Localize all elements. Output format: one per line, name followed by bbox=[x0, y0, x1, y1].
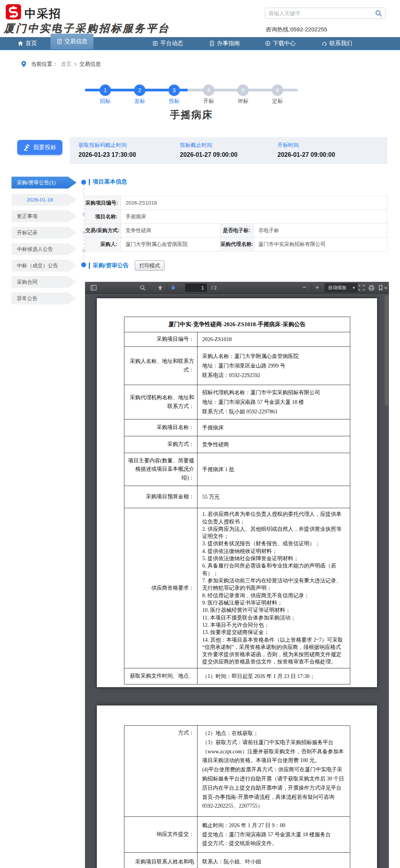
nav-label: 下载中心 bbox=[273, 40, 296, 47]
doc-label: 方式： bbox=[124, 726, 198, 817]
step-circle-6: 6 bbox=[272, 85, 283, 96]
headset-icon bbox=[322, 41, 327, 46]
nav-label: 办事指南 bbox=[217, 40, 240, 47]
nav-item-trade-info[interactable]: 交易信息 bbox=[51, 34, 93, 49]
section-dot bbox=[81, 262, 86, 267]
sidebar-item-contract[interactable]: 采购合同 bbox=[11, 276, 77, 288]
sidebar-item-abnormal[interactable]: 异常公告 bbox=[11, 293, 77, 304]
doc-value: 手摇病床 1 批 bbox=[198, 453, 350, 486]
notice-document-table: 厦门中实-竞争性磋商-2026-ZS1018-手摇病床-采购公告 采购项目编号：… bbox=[124, 317, 350, 684]
step-label-toubiao: 投标 bbox=[163, 98, 185, 105]
hotline: 咨询热线:0592-2202255 bbox=[266, 26, 327, 33]
page-down-icon[interactable] bbox=[170, 284, 176, 291]
sidebar-item-award-notice[interactable]: 中标（成交）公告 bbox=[11, 260, 77, 271]
search-input[interactable] bbox=[268, 8, 372, 18]
table-row: 项目名称: 手摇病床 bbox=[85, 210, 387, 224]
info-label: 采购代理名称: bbox=[220, 237, 254, 251]
doc-value: （1）时间：即日起至 2026 年 1 月 23 日 17:30； bbox=[198, 668, 350, 684]
pdf-scrollbar-thumb[interactable] bbox=[385, 295, 389, 406]
nav-item-guide[interactable]: 办事指南 bbox=[206, 37, 243, 49]
notice-document-table-2: 方式：（2）地点：在线获取； （3）获取方式：请前往厦门中实电子采购招标服务平台… bbox=[124, 725, 350, 868]
logo-text: 中采招 bbox=[24, 6, 61, 22]
doc-value: 联系人：阮小姐、叶小姐 电话：0592-2297861，2202255 bbox=[198, 853, 350, 868]
print-mode-button[interactable]: 打印模式 bbox=[135, 260, 165, 271]
nav-label: 平台动态 bbox=[160, 40, 183, 47]
print-icon[interactable] bbox=[368, 284, 375, 291]
step-label-dingbiao: 定标 bbox=[267, 98, 288, 105]
zoom-mode-dropdown[interactable]: 自动缩放 ▾ bbox=[325, 283, 358, 292]
breadcrumb: 当前位置： 首页 > 交易信息 bbox=[21, 60, 101, 68]
basic-info-heading: 项目基本信息 bbox=[93, 178, 127, 185]
pdf-search-icon[interactable] bbox=[139, 284, 146, 291]
deadline-panel: 获取投标码截止时间 2026-01-23 17:30:00 投标截止时间 202… bbox=[70, 137, 387, 164]
doc-label: 采购人名称、地址和联系方式： bbox=[124, 347, 198, 385]
site-logo-icon bbox=[5, 4, 21, 20]
sidebar-item-notice[interactable]: 采购/资审公告(1) bbox=[11, 177, 77, 189]
breadcrumb-separator: > bbox=[74, 61, 77, 67]
sidebar-item-candidates[interactable]: 中标候选人公告 bbox=[11, 243, 77, 255]
pdf-viewer: / 2 − + 自动缩放 ▾ » 厦门中实-竞争性磋商-2026-ZS1018-… bbox=[85, 282, 389, 868]
bid-now-label: 我要投标 bbox=[33, 144, 56, 151]
info-label: 交易/采购方式: bbox=[85, 224, 121, 237]
doc-value: 竞争性磋商 bbox=[198, 436, 350, 453]
nav-item-platform-news[interactable]: 平台动态 bbox=[149, 37, 186, 49]
section-dot bbox=[81, 180, 86, 185]
home-icon bbox=[18, 41, 23, 46]
deadline-label: 获取投标码截止时间 bbox=[78, 142, 127, 149]
step-circle-2: 2 bbox=[134, 85, 145, 96]
deadline-value: 2026-01-27 09:00:00 bbox=[180, 151, 237, 158]
nav-item-home[interactable]: 首页 bbox=[14, 37, 41, 49]
info-value: 手摇病床 bbox=[121, 210, 387, 223]
search-icon[interactable] bbox=[375, 10, 382, 17]
section-accent-bar bbox=[89, 179, 90, 185]
step-label-kaibiao: 开标 bbox=[198, 98, 219, 105]
step-label-pingbiao: 评标 bbox=[232, 98, 254, 105]
bid-now-button[interactable]: 我要投标 bbox=[17, 140, 62, 155]
step-circle-3: 3 bbox=[168, 85, 180, 96]
header: 中采招 厦门中实电子采购招标服务平台 咨询热线:0592-2202255 bbox=[0, 0, 400, 37]
page-number-input[interactable] bbox=[185, 284, 207, 292]
nav-item-contact-us[interactable]: 联系我们 bbox=[318, 37, 356, 49]
toolbar-divider bbox=[167, 284, 167, 291]
info-label: 采购人: bbox=[85, 237, 121, 251]
doc-value: 采购人名称：厦门大学附属心血管病医院 地址：厦门市湖里区金山路 2999 号 联… bbox=[198, 347, 350, 385]
doc-value: 55 万元 bbox=[198, 486, 350, 508]
step-circle-5: 5 bbox=[237, 85, 249, 96]
doc-label: 响应文件提交： bbox=[124, 817, 198, 853]
page-up-icon[interactable] bbox=[157, 284, 163, 291]
doc-value: （2）地点：在线获取； （3）获取方式：请前往厦门中实电子采购招标服务平台（ww… bbox=[198, 726, 350, 817]
zoom-in-icon[interactable]: + bbox=[315, 284, 319, 291]
do c-value: 1. 若供应商代表为单位负责人授权的委托代理人，应提供单位负责人授权书； 2. … bbox=[198, 508, 350, 668]
doc-label: 采购项目名称： bbox=[124, 419, 198, 436]
doc-label: 供应商资格要求： bbox=[124, 508, 198, 668]
basic-info-table: 采购项目编号: 2026-ZS1018 项目名称: 手摇病床 交易/采购方式: … bbox=[85, 196, 387, 252]
presentation-mode-icon[interactable] bbox=[358, 284, 365, 291]
sidebar-item-notice-date[interactable]: 2026-01-16 bbox=[11, 194, 77, 206]
nav-item-download-center[interactable]: 下载中心 bbox=[262, 37, 299, 49]
breadcrumb-home-link[interactable]: 首页 bbox=[61, 61, 72, 68]
site-name: 厦门中实电子采购招标服务平台 bbox=[4, 21, 170, 35]
bookmark-icon[interactable] bbox=[377, 284, 384, 291]
notice-heading: 采购/资审公告 bbox=[93, 262, 129, 269]
doc-title: 厦门中实-竞争性磋商-2026-ZS1018-手摇病床-采购公告 bbox=[124, 317, 350, 332]
info-value: 厦门市中实采购招标有限公司 bbox=[254, 237, 386, 251]
sidebar-item-corrections[interactable]: 更正事项 bbox=[11, 210, 77, 222]
pdf-page-1: 厦门中实-竞争性磋商-2026-ZS1018-手摇病床-采购公告 采购项目编号：… bbox=[97, 298, 377, 687]
section-accent-bar bbox=[89, 263, 90, 269]
info-label: 采购项目编号: bbox=[85, 196, 121, 210]
step-circle-4: 4 bbox=[203, 85, 214, 96]
info-value: 竞争性磋商 bbox=[121, 224, 220, 237]
info-label: 项目名称: bbox=[85, 210, 121, 223]
step-label-fabiao: 发标 bbox=[129, 98, 150, 105]
zoom-mode-label: 自动缩放 bbox=[328, 285, 346, 290]
more-tools-icon[interactable]: » bbox=[384, 284, 387, 291]
project-title: 手摇病床 bbox=[0, 108, 383, 122]
sidebar-toggle-icon[interactable] bbox=[90, 284, 97, 291]
doc-value: 截止时间：2026 年 1 月 27 日 9：00 提交地点：厦门市湖滨南路 5… bbox=[198, 817, 350, 853]
deadline-label: 投标截止时间 bbox=[180, 142, 212, 149]
doc-label: 项目主要内容(数量、简要规格描述或项目基本概况介绍)： bbox=[124, 453, 198, 486]
breadcrumb-prefix: 当前位置： bbox=[31, 61, 58, 68]
sidebar-item-open-record[interactable]: 开标记录 bbox=[11, 227, 77, 239]
zoom-out-icon[interactable]: − bbox=[302, 284, 306, 291]
info-label: 是否电子标: bbox=[220, 224, 254, 237]
